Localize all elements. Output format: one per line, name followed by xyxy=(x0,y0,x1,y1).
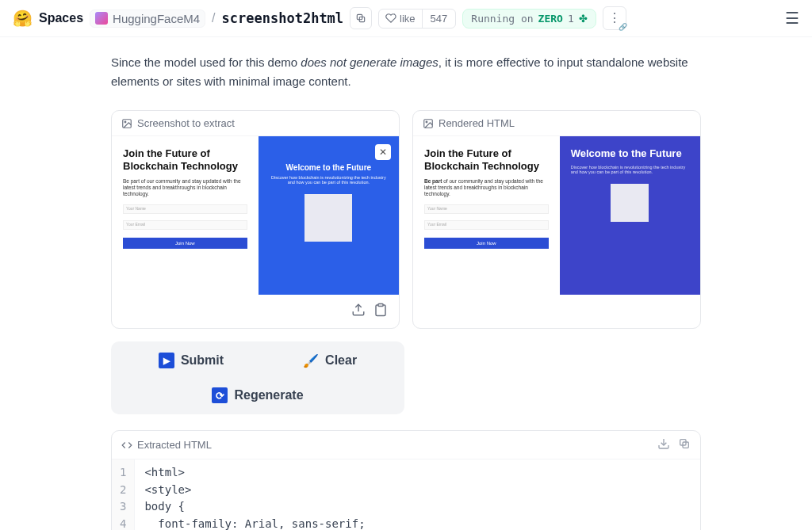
like-label: like xyxy=(400,13,416,25)
copy-icon xyxy=(678,437,691,450)
like-count: 547 xyxy=(423,10,456,28)
mock-join-button: Join Now xyxy=(123,238,247,249)
code-icon xyxy=(121,440,132,451)
svg-point-7 xyxy=(426,121,427,123)
rendered-panel-header: Rendered HTML xyxy=(413,111,700,136)
clear-button[interactable]: 🖌️ Clear xyxy=(303,353,357,368)
copy-code-button[interactable] xyxy=(678,437,691,452)
screenshot-panel: Screenshot to extract Join the Future of… xyxy=(111,110,400,329)
code-line: font-family: Arial, sans-serif; xyxy=(144,516,365,530)
spaces-label[interactable]: Spaces xyxy=(39,11,83,25)
code-panel-header: Extracted HTML xyxy=(112,431,700,459)
org-name: HuggingFaceM4 xyxy=(113,12,200,25)
mock-name-input-b: Your Name xyxy=(424,204,549,214)
code-lines: <html> <style> body { font-family: Arial… xyxy=(135,459,374,530)
action-bar: ▶ Submit 🖌️ Clear ⟳ Regenerate xyxy=(111,341,404,414)
upload-icon xyxy=(351,303,366,317)
image-icon xyxy=(423,118,434,129)
org-avatar-icon xyxy=(95,12,108,25)
topbar: 🤗 Spaces HuggingFaceM4 / screenshot2html… xyxy=(0,0,812,37)
mock-left-pane: Join the Future of Blockchain Technology… xyxy=(112,136,259,295)
status-running: Running on xyxy=(471,13,533,25)
mock-welcome-title: Welcome to the Future xyxy=(286,163,372,172)
rendered-panel-label: Rendered HTML xyxy=(439,117,515,129)
screenshot-panel-footer xyxy=(112,295,399,328)
hamburger-menu[interactable]: ☰ xyxy=(785,9,799,28)
clear-label: Clear xyxy=(325,353,357,368)
code-line: body { xyxy=(144,498,365,516)
rendered-panel: Rendered HTML Join the Future of Blockch… xyxy=(412,110,701,329)
mock-email-input-b: Your Email xyxy=(424,220,549,230)
submit-button[interactable]: ▶ Submit xyxy=(159,353,224,368)
intro-prefix: Since the model used for this demo xyxy=(111,55,301,69)
heart-icon xyxy=(385,13,396,24)
svg-point-3 xyxy=(124,121,126,123)
mock-title-b: Join the Future of Blockchain Technology xyxy=(424,147,549,173)
download-button[interactable] xyxy=(657,437,670,452)
submit-label: Submit xyxy=(181,353,224,368)
mock-title: Join the Future of Blockchain Technology xyxy=(123,147,247,173)
mock-image-placeholder-b xyxy=(611,184,649,222)
mock-join-button-b: Join Now xyxy=(424,238,549,249)
screenshot-preview[interactable]: Join the Future of Blockchain Technology… xyxy=(112,136,399,295)
copy-icon xyxy=(355,13,366,24)
copy-button[interactable] xyxy=(350,7,372,29)
link-icon: 🔗 xyxy=(619,23,627,31)
status-count: 1 xyxy=(568,13,574,25)
code-line: <html> xyxy=(144,464,365,482)
code-line: <style> xyxy=(144,482,365,499)
mock-right-pane-a: ✕ Welcome to the Future Discover how blo… xyxy=(259,136,399,295)
screenshot-panel-header: Screenshot to extract xyxy=(112,111,399,136)
hf-logo-icon: 🤗 xyxy=(13,9,33,28)
mock-welcome-sub: Discover how blockchain is revolutionizi… xyxy=(270,175,388,185)
like-group: like 547 xyxy=(378,9,456,29)
intro-ital: does not generate images xyxy=(301,55,438,69)
image-icon xyxy=(121,118,132,129)
clover-icon: ✤ xyxy=(579,13,588,25)
line-gutter: 1234567 xyxy=(112,459,135,530)
regenerate-label: Regenerate xyxy=(234,388,303,402)
clipboard-icon xyxy=(373,303,388,317)
code-panel: Extracted HTML 1234567 <html> <style> bo… xyxy=(111,430,701,530)
main-content: Since the model used for this demo does … xyxy=(105,53,707,530)
status-badge[interactable]: Running on ZERO 1 ✤ xyxy=(462,9,596,29)
preview-panels: Screenshot to extract Join the Future of… xyxy=(111,110,701,329)
regenerate-button[interactable]: ⟳ Regenerate xyxy=(212,387,303,403)
path-separator: / xyxy=(212,11,215,25)
code-body[interactable]: 1234567 <html> <style> body { font-famil… xyxy=(112,459,700,530)
brush-icon: 🖌️ xyxy=(303,353,319,368)
mock-left-pane-b: Join the Future of Blockchain Technology… xyxy=(413,136,560,295)
download-icon xyxy=(657,437,670,450)
intro-text: Since the model used for this demo does … xyxy=(111,53,701,91)
play-icon: ▶ xyxy=(159,353,174,368)
status-hardware: ZERO xyxy=(538,13,563,25)
mock-sub: Be part of our community and stay update… xyxy=(123,178,247,198)
mock-welcome-title-b: Welcome to the Future xyxy=(571,147,689,160)
mock-email-input: Your Email xyxy=(123,220,247,230)
mock-image-placeholder xyxy=(304,194,352,242)
mock-sub-b: Be part of our community and stay update… xyxy=(424,178,549,198)
code-panel-label: Extracted HTML xyxy=(137,439,212,451)
screenshot-panel-label: Screenshot to extract xyxy=(137,117,235,129)
paste-button[interactable] xyxy=(373,303,388,320)
like-button[interactable]: like xyxy=(379,10,423,28)
mock-welcome-sub-b: Discover how blockchain is revolutionizi… xyxy=(571,165,689,174)
more-menu-button[interactable]: ⋮ 🔗 xyxy=(603,6,626,30)
mock-right-pane-b: Welcome to the Future Discover how block… xyxy=(560,136,700,295)
upload-button[interactable] xyxy=(351,303,366,320)
refresh-icon: ⟳ xyxy=(212,387,228,403)
close-icon[interactable]: ✕ xyxy=(375,144,391,160)
repo-name[interactable]: screenshot2html xyxy=(222,10,344,26)
svg-rect-5 xyxy=(378,304,383,307)
mock-name-input: Your Name xyxy=(123,204,247,214)
org-link[interactable]: HuggingFaceM4 xyxy=(90,10,205,28)
rendered-preview[interactable]: Join the Future of Blockchain Technology… xyxy=(413,136,700,295)
